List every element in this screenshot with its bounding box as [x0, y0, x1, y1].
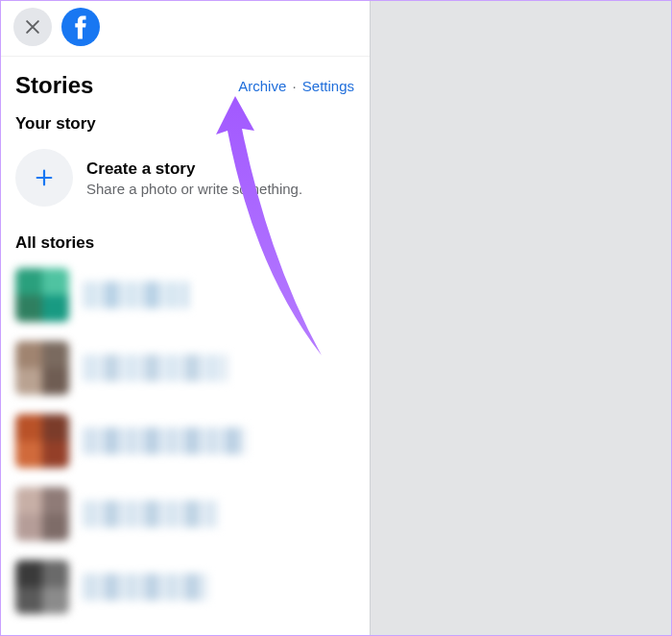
story-name [83, 355, 227, 381]
all-stories-heading: All stories [0, 218, 370, 258]
app-root: Stories Archive · Settings Your story Cr… [0, 0, 672, 636]
header-links: Archive · Settings [238, 78, 354, 94]
story-item[interactable] [0, 331, 370, 404]
story-avatar [15, 560, 69, 614]
create-story-button[interactable]: Create a story Share a photo or write so… [0, 137, 370, 218]
story-avatar [15, 487, 69, 541]
facebook-logo[interactable] [61, 8, 100, 46]
story-avatar [15, 268, 69, 322]
story-avatar [15, 341, 69, 395]
close-button[interactable] [13, 8, 52, 46]
story-item[interactable] [0, 258, 370, 331]
story-name [83, 501, 217, 527]
create-subtitle: Share a photo or write something. [86, 181, 302, 197]
sidebar-scroll[interactable]: Stories Archive · Settings Your story Cr… [0, 57, 370, 636]
story-item[interactable] [0, 404, 370, 477]
link-separator: · [290, 78, 298, 94]
page-title: Stories [15, 72, 93, 99]
plus-icon [34, 167, 55, 188]
stories-sidebar: Stories Archive · Settings Your story Cr… [0, 0, 370, 636]
archive-link[interactable]: Archive [238, 78, 286, 94]
create-title: Create a story [86, 159, 302, 179]
plus-circle [15, 149, 73, 207]
story-name [83, 574, 207, 600]
story-item[interactable] [0, 550, 370, 624]
facebook-icon [61, 8, 100, 46]
sidebar-header [0, 0, 370, 57]
story-name [83, 281, 188, 308]
create-text: Create a story Share a photo or write so… [86, 159, 302, 197]
your-story-heading: Your story [0, 105, 370, 137]
story-avatar [15, 414, 69, 468]
content-panel [370, 0, 672, 636]
title-row: Stories Archive · Settings [0, 57, 370, 105]
story-name [83, 428, 246, 454]
story-item[interactable] [0, 477, 370, 550]
close-icon [23, 17, 42, 37]
settings-link[interactable]: Settings [302, 78, 354, 94]
